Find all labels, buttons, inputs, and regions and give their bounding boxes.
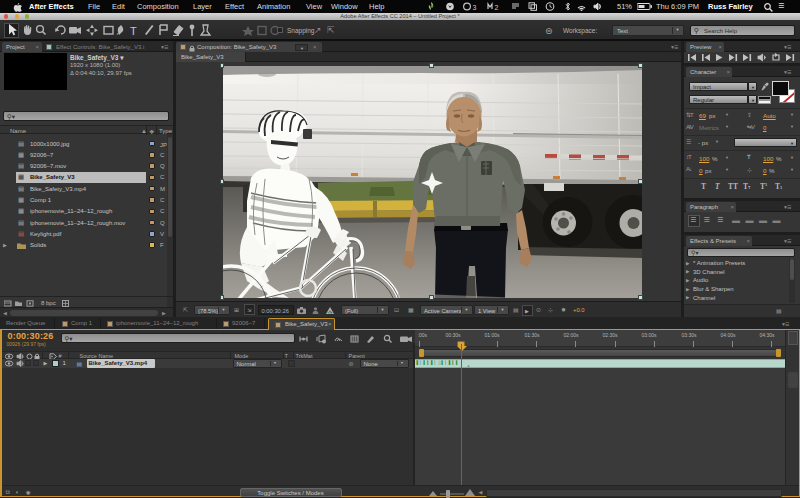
svg-text:2: 2 (495, 4, 499, 11)
svg-text:3: 3 (473, 4, 477, 11)
svg-text:T: T (130, 25, 137, 37)
